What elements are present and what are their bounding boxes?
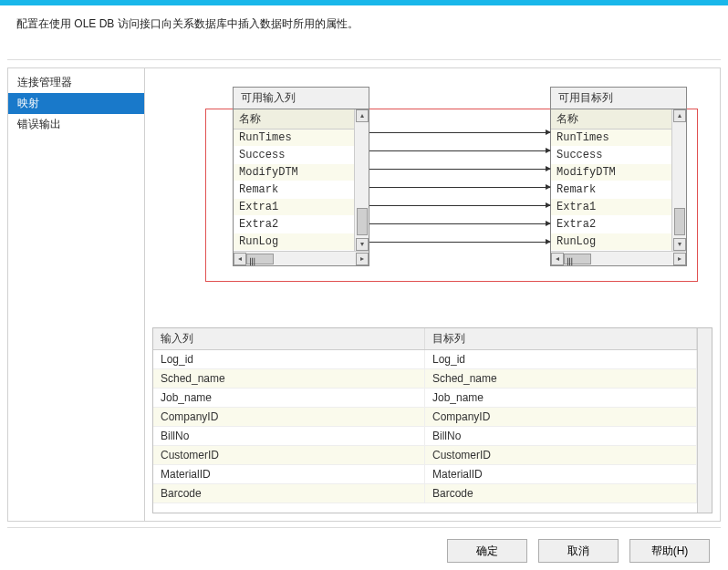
input-col-row[interactable]: Remark <box>234 181 354 199</box>
sidebar-item-connection[interactable]: 连接管理器 <box>8 72 144 93</box>
scroll-left-icon[interactable]: ◂ <box>551 253 564 265</box>
ok-button[interactable]: 确定 <box>447 539 527 563</box>
mapping-line[interactable] <box>369 242 550 243</box>
scroll-up-icon[interactable]: ▴ <box>356 109 369 122</box>
target-hscroll[interactable]: ◂ ⫼ ▸ <box>551 251 686 265</box>
target-columns-title: 可用目标列 <box>551 88 686 109</box>
cancel-button[interactable]: 取消 <box>538 539 619 563</box>
mapping-line[interactable] <box>369 132 550 133</box>
grid-cell-input[interactable]: Barcode <box>153 484 425 503</box>
table-row[interactable]: MaterialIDMaterialID <box>153 465 697 484</box>
sidebar: 连接管理器 映射 错误输出 <box>7 67 144 522</box>
target-col-row[interactable]: RunTimes <box>551 130 671 147</box>
scroll-down-icon[interactable]: ▾ <box>356 238 369 251</box>
mapping-lines <box>369 125 550 285</box>
mapping-line[interactable] <box>369 150 550 151</box>
input-col-row[interactable]: Extra1 <box>234 199 354 216</box>
target-col-row[interactable]: Extra2 <box>551 216 671 233</box>
footer: 确定 取消 帮助(H) <box>7 527 721 570</box>
input-hscroll[interactable]: ◂ ⫼ ▸ <box>234 251 369 265</box>
input-columns-panel: 可用输入列 名称 RunTimesSuccessModifyDTMRemarkE… <box>233 87 369 266</box>
mapping-line[interactable] <box>369 205 550 206</box>
input-columns-list[interactable]: 名称 RunTimesSuccessModifyDTMRemarkExtra1E… <box>234 109 354 251</box>
grid-cell-target[interactable]: Log_id <box>425 350 697 368</box>
grid-cell-target[interactable]: CustomerID <box>425 446 697 464</box>
target-col-row[interactable]: Remark <box>551 181 671 199</box>
help-button[interactable]: 帮助(H) <box>629 539 710 563</box>
grid-cell-input[interactable]: Log_id <box>153 350 425 368</box>
scroll-thumb-h[interactable]: ⫼ <box>246 254 274 264</box>
grid-cell-target[interactable]: Barcode <box>425 484 697 503</box>
mapping-line[interactable] <box>369 187 550 188</box>
grid-cell-target[interactable]: CompanyID <box>425 408 697 426</box>
grid-cell-target[interactable]: Sched_name <box>425 369 697 388</box>
scroll-right-icon[interactable]: ▸ <box>673 253 686 265</box>
mapping-line[interactable] <box>369 223 550 224</box>
target-columns-panel: 可用目标列 名称 RunTimesSuccessModifyDTMRemarkE… <box>550 87 687 266</box>
table-row[interactable]: Sched_nameSched_name <box>153 369 697 389</box>
target-vscroll[interactable]: ▴ ▾ <box>671 109 686 251</box>
table-row[interactable]: Log_idLog_id <box>153 350 697 369</box>
grid-cell-target[interactable]: MaterialID <box>425 465 697 483</box>
target-col-row[interactable]: ModifyDTM <box>551 164 671 181</box>
target-col-row[interactable]: RunLog <box>551 233 671 251</box>
target-columns-list[interactable]: 名称 RunTimesSuccessModifyDTMRemarkExtra1E… <box>551 109 671 251</box>
scroll-thumb[interactable] <box>674 208 685 235</box>
table-row[interactable]: BarcodeBarcode <box>153 484 697 503</box>
scroll-right-icon[interactable]: ▸ <box>356 253 369 265</box>
grid-cell-target[interactable]: BillNo <box>425 427 697 445</box>
target-col-row[interactable]: Success <box>551 147 671 164</box>
input-col-row[interactable]: ModifyDTM <box>234 164 354 181</box>
grid-cell-input[interactable]: CompanyID <box>153 408 425 426</box>
target-col-header: 名称 <box>551 109 671 130</box>
grid-cell-input[interactable]: BillNo <box>153 427 425 445</box>
target-col-row[interactable]: Extra1 <box>551 199 671 216</box>
grid-cell-target[interactable]: Job_name <box>425 389 697 407</box>
mapping-area: 可用输入列 名称 RunTimesSuccessModifyDTMRemarkE… <box>149 76 716 322</box>
scroll-left-icon[interactable]: ◂ <box>234 253 246 265</box>
grid-header-input[interactable]: 输入列 <box>153 328 425 349</box>
grid-cell-input[interactable]: MaterialID <box>153 465 425 483</box>
grid-header: 输入列 目标列 <box>153 328 697 350</box>
grid-vscroll[interactable] <box>697 328 712 513</box>
input-col-row[interactable]: Extra2 <box>234 216 354 233</box>
sidebar-item-mapping[interactable]: 映射 <box>8 93 144 114</box>
mapping-line[interactable] <box>369 169 550 170</box>
input-vscroll[interactable]: ▴ ▾ <box>354 109 369 251</box>
grid-header-target[interactable]: 目标列 <box>425 328 697 349</box>
grid-cell-input[interactable]: CustomerID <box>153 446 425 464</box>
scroll-thumb-h[interactable]: ⫼ <box>564 254 591 264</box>
table-row[interactable]: CompanyIDCompanyID <box>153 408 697 427</box>
input-col-row[interactable]: RunTimes <box>234 130 354 147</box>
table-row[interactable]: Job_nameJob_name <box>153 389 697 408</box>
mapping-grid: 输入列 目标列 Log_idLog_idSched_nameSched_name… <box>152 327 712 513</box>
grid-cell-input[interactable]: Job_name <box>153 389 425 407</box>
table-row[interactable]: CustomerIDCustomerID <box>153 446 697 465</box>
input-col-header: 名称 <box>234 109 354 130</box>
scroll-down-icon[interactable]: ▾ <box>673 238 686 251</box>
grid-cell-input[interactable]: Sched_name <box>153 369 425 388</box>
table-row[interactable]: BillNoBillNo <box>153 427 697 446</box>
scroll-thumb[interactable] <box>357 208 368 235</box>
content-area: 可用输入列 名称 RunTimesSuccessModifyDTMRemarkE… <box>144 67 721 522</box>
scroll-up-icon[interactable]: ▴ <box>673 109 686 122</box>
input-columns-title: 可用输入列 <box>234 88 369 109</box>
input-col-row[interactable]: Success <box>234 147 354 164</box>
sidebar-item-error[interactable]: 错误输出 <box>8 114 144 135</box>
page-description: 配置在使用 OLE DB 访问接口向关系数据库中插入数据时所用的属性。 <box>0 5 728 59</box>
input-col-row[interactable]: RunLog <box>234 233 354 251</box>
